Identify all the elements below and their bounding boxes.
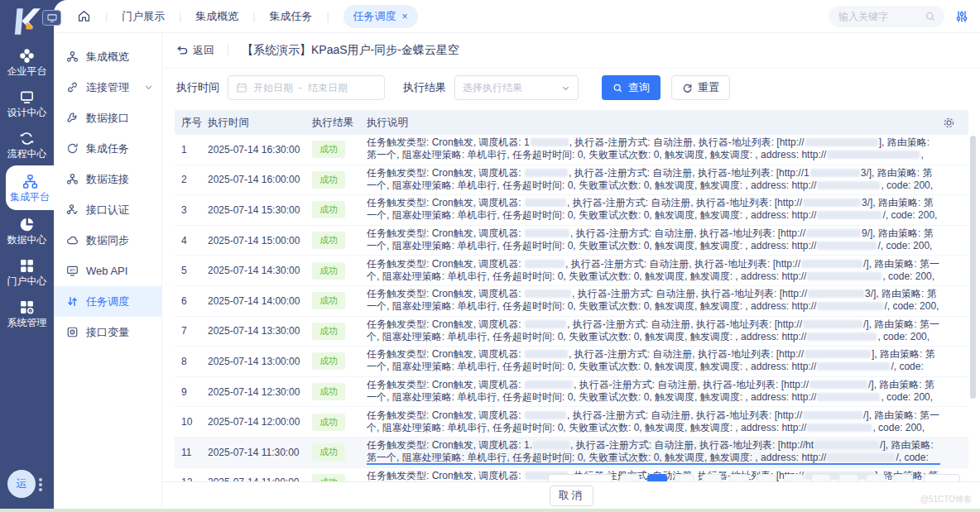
secondary-sidebar: 集成概览连接管理数据接口集成任务数据连接接口认证数据同步APIWeb API任务… <box>54 33 162 509</box>
table-row[interactable]: 42025-07-14 15:00:00成功任务触发类型: Cron触发, 调度… <box>175 226 968 256</box>
execution-description: 任务触发类型: Cron触发, 调度机器: , 执行器-注册方式: 自动注册, … <box>367 197 968 223</box>
app-logo[interactable] <box>8 4 43 39</box>
pagination-page-button[interactable] <box>784 474 804 481</box>
sidebar-item-schedule-8[interactable]: 任务调度 <box>54 286 161 317</box>
result-select[interactable]: 选择执行结果 <box>454 75 579 100</box>
sidebar-item-cloud-6[interactable]: 数据同步 <box>54 225 161 256</box>
top-nav-item-1[interactable]: 集成概览 <box>195 9 238 24</box>
filter-sliders-icon[interactable] <box>955 10 968 23</box>
status-badge: 成功 <box>312 262 345 280</box>
status-badge: 成功 <box>312 171 345 189</box>
pagination-page-button[interactable] <box>675 474 694 481</box>
redacted-text <box>817 181 880 189</box>
back-button[interactable]: 返回 <box>176 43 214 58</box>
variable-icon <box>66 326 79 338</box>
primary-nav-cycle[interactable]: 流程中心 <box>0 124 54 165</box>
top-nav-item-0[interactable]: 门户展示 <box>122 9 165 24</box>
date-range-input[interactable]: 开始日期 - 结束日期 <box>228 75 385 100</box>
global-search[interactable] <box>829 6 944 27</box>
redacted-text <box>525 289 571 298</box>
pagination-page-button[interactable] <box>757 474 776 481</box>
pagination-page-button[interactable] <box>893 474 913 481</box>
filter-bar: 执行时间 开始日期 - 结束日期 执行结果 选择执行结果 <box>163 69 980 107</box>
status-badge: 成功 <box>312 414 345 431</box>
primary-nav-monitor[interactable]: 设计中心 <box>0 83 54 124</box>
user-avatar[interactable]: 运 <box>7 470 36 498</box>
sidebar-item-variable-9[interactable]: 接口变量 <box>54 317 161 347</box>
pagination-next-button[interactable] <box>924 474 960 481</box>
pagination-size-select[interactable] <box>548 474 612 481</box>
sidebar-item-link-1[interactable]: 连接管理 <box>54 72 161 103</box>
pagination-page-button[interactable] <box>647 474 667 481</box>
primary-nav-grid[interactable]: 门户中心 <box>0 251 54 293</box>
pagination-page-button[interactable] <box>838 474 858 481</box>
table-body: 12025-07-14 16:30:00成功任务触发类型: Cron触发, 调度… <box>175 135 968 481</box>
column-settings-gear-icon[interactable] <box>943 117 955 129</box>
primary-nav-label: 数据中心 <box>7 235 47 245</box>
redacted-text <box>817 211 882 219</box>
more-menu-icon[interactable] <box>39 483 42 486</box>
redacted-text <box>827 453 895 462</box>
primary-nav-clover[interactable]: 企业平台 <box>0 41 54 83</box>
redacted-text <box>801 260 862 268</box>
sidebar-item-sync-3[interactable]: 集成任务 <box>54 133 161 164</box>
sidebar-item-network-4[interactable]: 数据连接 <box>54 164 161 194</box>
chevron-down-icon <box>144 83 153 92</box>
search-input[interactable] <box>837 10 920 23</box>
sidebar-item-label: 数据连接 <box>86 172 129 187</box>
cancel-button[interactable]: 取消 <box>550 486 593 506</box>
query-button[interactable]: 查询 <box>602 75 661 100</box>
vertical-scrollbar[interactable] <box>970 136 976 399</box>
redacted-text <box>525 199 566 207</box>
primary-nav-label: 集成平台 <box>10 192 50 202</box>
webapi-icon: API <box>66 265 79 277</box>
table-row[interactable]: 112025-07-14 11:30:00成功任务触发类型: Cron触发, 调… <box>175 438 968 468</box>
redacted-text <box>525 411 566 419</box>
sidebar-item-network-check-5[interactable]: 接口认证 <box>54 194 161 225</box>
top-nav-item-2[interactable]: 集成任务 <box>269 9 312 24</box>
primary-nav-sitemap[interactable]: 集成平台 <box>6 165 54 210</box>
row-number: 11 <box>175 447 208 458</box>
execution-description: 任务触发类型: Cron触发, 调度机器: 1., 执行器-注册方式: 自动注册… <box>367 439 968 465</box>
redacted-text <box>525 229 569 237</box>
table-row[interactable]: 22025-07-14 16:00:00成功任务触发类型: Cron触发, 调度… <box>175 165 968 196</box>
table-row[interactable]: 62025-07-14 14:00:00成功任务触发类型: Cron触发, 调度… <box>175 286 968 317</box>
collapse-sidebar-button[interactable] <box>42 10 61 26</box>
table-row[interactable]: 92025-07-14 12:30:00成功任务触发类型: Cron触发, 调度… <box>175 377 968 408</box>
result-select-placeholder: 选择执行结果 <box>463 81 522 95</box>
sidebar-item-network-0[interactable]: 集成概览 <box>54 41 161 72</box>
execution-time-label: 执行时间 <box>176 80 219 95</box>
status-badge: 成功 <box>312 383 345 400</box>
table-row[interactable]: 72025-07-14 13:30:00成功任务触发类型: Cron触发, 调度… <box>175 317 968 347</box>
pagination-page-button[interactable] <box>702 474 722 481</box>
execution-description: 任务触发类型: Cron触发, 调度机器: , 执行器-注册方式: 自动注册, … <box>367 288 968 313</box>
pagination-page-button[interactable] <box>620 474 640 481</box>
primary-nav-pie[interactable]: 数据中心 <box>0 210 54 251</box>
execution-time: 2025-07-14 14:30:00 <box>208 265 312 276</box>
tab-task-schedule[interactable]: 任务调度 × <box>343 5 418 28</box>
pagination-page-button[interactable] <box>729 474 749 481</box>
table-row[interactable]: 82025-07-14 13:00:00成功任务触发类型: Cron触发, 调度… <box>175 347 968 377</box>
reset-button[interactable]: 重置 <box>671 75 730 100</box>
execution-time: 2025-07-14 12:00:00 <box>208 416 312 428</box>
sidebar-item-webapi-7[interactable]: APIWeb API <box>54 256 161 286</box>
primary-nav-label: 企业平台 <box>7 66 47 76</box>
table-row[interactable]: 102025-07-14 12:00:00成功任务触发类型: Cron触发, 调… <box>175 407 968 438</box>
table-row[interactable]: 12025-07-14 16:30:00成功任务触发类型: Cron触发, 调度… <box>175 135 968 165</box>
close-icon[interactable]: × <box>402 11 408 22</box>
home-icon[interactable] <box>77 9 91 23</box>
table-row[interactable]: 32025-07-14 15:30:00成功任务触发类型: Cron触发, 调度… <box>175 195 968 226</box>
sidebar-item-wrench-2[interactable]: 数据接口 <box>54 103 161 133</box>
execution-table: 序号执行时间执行结果执行说明 12025-07-14 16:30:00成功任务触… <box>175 110 968 481</box>
table-row[interactable]: 52025-07-14 14:30:00成功任务触发类型: Cron触发, 调度… <box>175 256 968 286</box>
pagination-page-button[interactable] <box>866 474 886 481</box>
redacted-text <box>803 199 861 207</box>
execution-result: 成功 <box>312 292 367 309</box>
back-label: 返回 <box>193 43 214 58</box>
top-bar-right <box>829 6 968 27</box>
primary-nav-grid-gear[interactable]: 系统管理 <box>0 293 54 334</box>
reset-button-label: 重置 <box>698 80 719 95</box>
pagination-page-button[interactable] <box>811 474 831 481</box>
status-badge: 成功 <box>312 292 345 309</box>
redacted-text <box>817 393 880 401</box>
